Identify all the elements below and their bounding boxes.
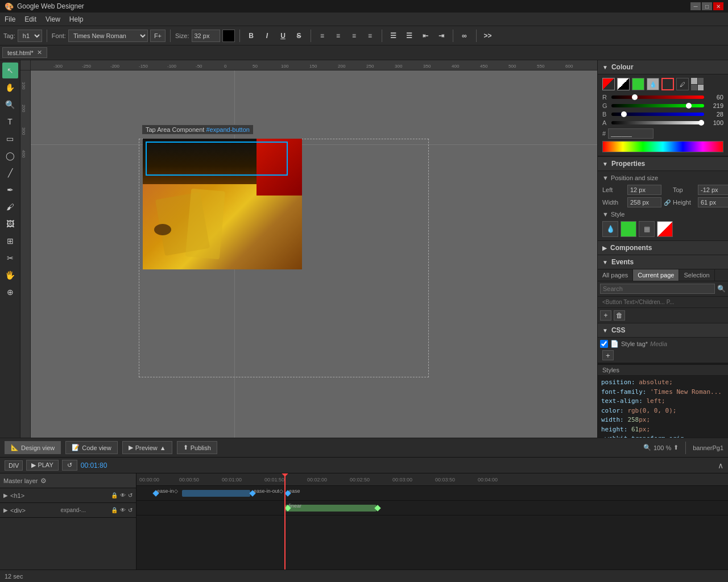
h1-expand[interactable]: ▶ bbox=[3, 492, 8, 498]
h1-eye-icon[interactable]: 👁 bbox=[120, 492, 126, 498]
bold-button[interactable]: B bbox=[245, 30, 258, 42]
size-input[interactable] bbox=[192, 30, 220, 42]
strikethrough-button[interactable]: S bbox=[292, 30, 306, 42]
style-eyedropper[interactable]: 💧 bbox=[602, 221, 618, 237]
more-button[interactable]: >> bbox=[481, 30, 495, 42]
colour-spectrum[interactable] bbox=[602, 141, 723, 152]
tool-select[interactable]: ↖ bbox=[2, 63, 18, 78]
tool-component[interactable]: ⊞ bbox=[2, 233, 18, 249]
menu-edit[interactable]: Edit bbox=[24, 15, 36, 23]
tool-image[interactable]: 🖼 bbox=[2, 216, 18, 232]
div-track[interactable]: linear bbox=[136, 501, 728, 516]
delete-event-button[interactable]: 🗑 bbox=[614, 310, 625, 321]
preview-dropdown-icon[interactable]: ▲ bbox=[160, 444, 166, 451]
indent-right-button[interactable]: ⇥ bbox=[435, 30, 448, 42]
style-gradient[interactable]: ▦ bbox=[639, 221, 655, 237]
color-preview-fg[interactable] bbox=[632, 78, 644, 90]
color-eyedropper[interactable]: 💧 bbox=[647, 78, 659, 90]
properties-header[interactable]: ▼ Properties bbox=[598, 157, 728, 171]
tool-rect[interactable]: ▭ bbox=[2, 131, 18, 147]
div-eye-icon[interactable]: 👁 bbox=[120, 507, 126, 513]
underline-button[interactable]: U bbox=[276, 30, 290, 42]
file-tab-close[interactable]: ✕ bbox=[37, 49, 42, 56]
tool-ellipse[interactable]: ◯ bbox=[2, 148, 18, 164]
menu-view[interactable]: View bbox=[46, 15, 60, 23]
align-justify-button[interactable]: ≡ bbox=[363, 30, 377, 42]
h1-undo-icon[interactable]: ↺ bbox=[128, 492, 133, 498]
tab-design-view[interactable]: 📐 Design view bbox=[5, 441, 61, 454]
color-fg-bg[interactable] bbox=[602, 78, 615, 90]
tool-zoom[interactable]: 🔍 bbox=[2, 97, 18, 113]
align-right-button[interactable]: ≡ bbox=[348, 30, 361, 42]
banner-element[interactable]: Buy Cheese bbox=[143, 139, 302, 269]
left-input[interactable] bbox=[627, 185, 661, 195]
list-ordered-button[interactable]: ☰ bbox=[387, 30, 400, 42]
tab-publish[interactable]: ⬆ Publish bbox=[177, 441, 217, 454]
menu-help[interactable]: Help bbox=[69, 15, 84, 23]
maximize-button[interactable]: □ bbox=[702, 2, 712, 10]
style-stroke-color[interactable] bbox=[657, 221, 673, 237]
div-expand[interactable]: ▶ bbox=[3, 507, 8, 513]
tool-pan[interactable]: ✋ bbox=[2, 80, 18, 95]
tab-current-page[interactable]: Current page bbox=[633, 269, 679, 281]
tool-line[interactable]: ╱ bbox=[2, 165, 18, 181]
components-header[interactable]: ▶ Components bbox=[598, 241, 728, 255]
indent-left-button[interactable]: ⇤ bbox=[419, 30, 432, 42]
height-input[interactable] bbox=[698, 197, 728, 207]
tl-play-button[interactable]: ▶ PLAY bbox=[26, 460, 58, 471]
h1-lock-icon[interactable]: 🔒 bbox=[111, 492, 118, 498]
tag-select[interactable]: h1 bbox=[18, 30, 42, 42]
menu-file[interactable]: File bbox=[5, 15, 15, 23]
a-slider[interactable] bbox=[611, 121, 704, 124]
css-checkbox[interactable] bbox=[600, 340, 608, 348]
align-left-button[interactable]: ≡ bbox=[316, 30, 329, 42]
hash-input[interactable] bbox=[608, 128, 653, 139]
css-add-button[interactable]: + bbox=[602, 350, 614, 360]
div-lock-icon[interactable]: 🔒 bbox=[111, 507, 118, 513]
color-preview-stroke[interactable] bbox=[661, 78, 674, 90]
tool-hand[interactable]: 🖐 bbox=[2, 267, 18, 283]
css-header[interactable]: ▼ CSS bbox=[598, 323, 728, 338]
b-slider[interactable] bbox=[611, 113, 704, 116]
tab-code-view[interactable]: 📝 Code view bbox=[65, 441, 117, 454]
italic-button[interactable]: I bbox=[260, 30, 274, 42]
tool-text[interactable]: T bbox=[2, 114, 18, 130]
color-grid[interactable] bbox=[691, 78, 704, 90]
style-fill-color[interactable] bbox=[621, 221, 636, 237]
tool-pen[interactable]: ✒ bbox=[2, 182, 18, 198]
g-slider[interactable] bbox=[611, 104, 704, 107]
playhead[interactable] bbox=[284, 473, 286, 569]
search-icon[interactable]: 🔍 bbox=[717, 285, 726, 293]
r-slider[interactable] bbox=[611, 95, 704, 99]
tab-selection[interactable]: Selection bbox=[679, 269, 714, 281]
tool-magnify[interactable]: ⊕ bbox=[2, 284, 18, 300]
tool-paint[interactable]: 🖌 bbox=[2, 199, 18, 215]
add-event-button[interactable]: + bbox=[600, 310, 611, 321]
timeline-tracks[interactable]: 00:00:00 00:00:50 00:01:00 00:01:50 00:0… bbox=[136, 473, 728, 569]
tab-all-pages[interactable]: All pages bbox=[598, 269, 633, 281]
colour-header[interactable]: ▼ Colour bbox=[598, 60, 728, 74]
link-button[interactable]: ∞ bbox=[458, 30, 471, 42]
layer-settings-button[interactable]: ⚙ bbox=[40, 477, 47, 485]
list-unordered-button[interactable]: ☰ bbox=[403, 30, 416, 42]
div-undo-icon[interactable]: ↺ bbox=[128, 507, 133, 513]
link-proportional-icon[interactable]: 🔗 bbox=[664, 199, 671, 206]
color-stroke-tool[interactable]: 🖊 bbox=[676, 78, 689, 90]
color-swatch[interactable] bbox=[222, 30, 235, 42]
font-select[interactable]: Times New Roman bbox=[68, 30, 148, 42]
tool-crop[interactable]: ✂ bbox=[2, 250, 18, 266]
events-header[interactable]: ▼ Events bbox=[598, 255, 728, 269]
width-input[interactable] bbox=[627, 197, 661, 207]
file-tab[interactable]: test.html* ✕ bbox=[2, 47, 47, 58]
align-center-button[interactable]: ≡ bbox=[332, 30, 345, 42]
expand-link[interactable]: #expand-button bbox=[206, 126, 249, 133]
style-sub-header[interactable]: ▼ Style bbox=[602, 211, 723, 218]
tl-rewind-button[interactable]: ↺ bbox=[62, 460, 77, 471]
color-swap[interactable] bbox=[617, 78, 630, 90]
events-search-input[interactable] bbox=[600, 284, 715, 294]
tl-collapse-button[interactable]: ∧ bbox=[718, 461, 723, 470]
minimize-button[interactable]: ─ bbox=[690, 2, 701, 10]
font-plus-button[interactable]: F+ bbox=[150, 30, 166, 42]
h1-track[interactable]: ease-in◇ ease-in-out◇ ease bbox=[136, 486, 728, 501]
close-button[interactable]: ✕ bbox=[713, 2, 723, 10]
